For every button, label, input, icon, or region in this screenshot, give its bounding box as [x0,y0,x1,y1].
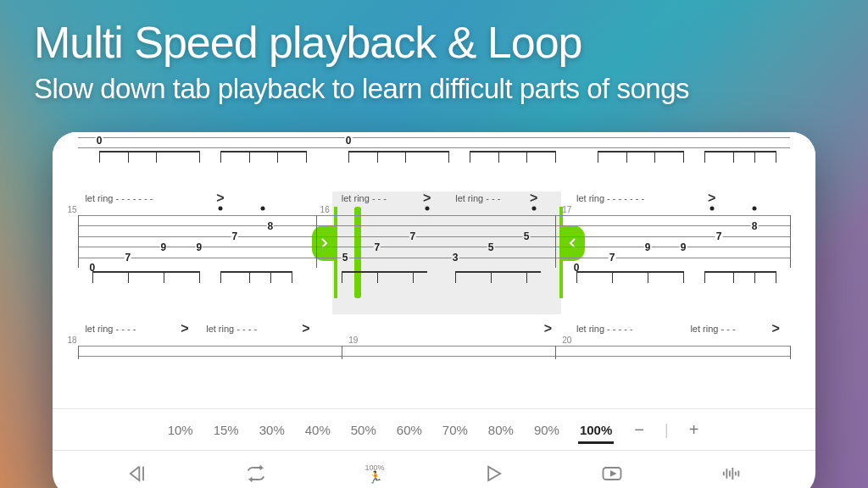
rewind-button[interactable] [112,457,163,488]
measure-num: 20 [562,336,571,345]
play-button[interactable] [468,457,519,488]
device-frame: 0 0 [53,132,815,488]
equalizer-button[interactable] [705,457,756,488]
staff-row-2: let ring - - - - > let ring - - - - > le… [78,324,790,359]
running-icon: 🏃 [368,470,382,484]
speed-50[interactable]: 50% [349,413,378,447]
speed-selector: 10% 15% 30% 40% 50% 60% 70% 80% 90% 100%… [53,408,815,451]
staff-row-0: 0 0 [78,137,790,149]
headline: Multi Speed playback & Loop [0,0,868,73]
subheadline: Slow down tab playback to learn difficul… [0,73,868,105]
speed-15[interactable]: 15% [212,413,241,447]
speed-indicator-button[interactable]: 100% 🏃 [349,457,400,488]
measure-num: 15 [67,205,76,214]
play-icon [481,462,505,485]
measure-num: 16 [320,205,330,214]
loop-button[interactable] [231,457,281,488]
speed-60[interactable]: 60% [395,413,424,447]
staff-row-1: let ring - - - - - - - > let ring - - - … [78,193,790,268]
measure-num: 17 [562,205,571,214]
speed-10[interactable]: 10% [166,413,195,447]
speed-30[interactable]: 30% [258,413,287,447]
speed-90[interactable]: 90% [532,413,561,447]
player-toolbar: 100% 🏃 [53,451,815,488]
measure-num: 18 [67,336,76,345]
speed-70[interactable]: 70% [441,413,470,447]
loop-icon [244,462,268,485]
youtube-icon [600,462,624,485]
speed-100[interactable]: 100% [578,413,614,447]
speed-decrement-button[interactable]: − [631,420,648,440]
skip-back-icon [125,462,149,485]
speed-separator: | [665,421,669,439]
speed-80[interactable]: 80% [487,413,515,447]
measure-num: 19 [348,336,358,345]
speed-40[interactable]: 40% [303,413,332,447]
tab-viewport[interactable]: 0 0 [53,132,815,408]
video-button[interactable] [587,457,637,488]
speed-increment-button[interactable]: + [686,420,703,440]
equalizer-icon [719,462,743,485]
